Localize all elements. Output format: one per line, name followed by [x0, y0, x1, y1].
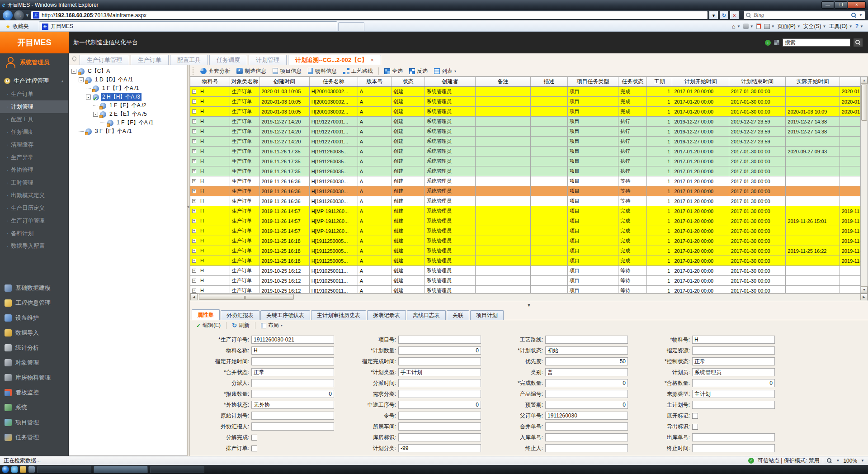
row-expander-icon[interactable]: +	[192, 239, 196, 243]
table-row[interactable]: +H生产订单2019-11-26 14:57H[MP-1911260...A创建…	[190, 216, 860, 226]
refresh-icon[interactable]: ↻	[720, 11, 729, 19]
tab[interactable]: 配置工具	[170, 55, 208, 65]
column-header[interactable]: 项目任务类型	[567, 77, 618, 86]
tree-node[interactable]: 1 F【F】个A /1	[69, 84, 187, 93]
form-field-input[interactable]	[398, 422, 481, 431]
pin-icon[interactable]	[71, 56, 77, 62]
detail-tab[interactable]: 关键工序确认表	[260, 310, 310, 320]
form-field-input[interactable]: 初始	[545, 346, 628, 355]
table-row[interactable]: +H生产订单2019-11-25 16:18H[1911250005...A创建…	[190, 246, 860, 256]
form-field-input[interactable]	[692, 401, 775, 409]
sidebar-module[interactable]: 设备维护	[0, 310, 68, 325]
row-expander-icon[interactable]: +	[192, 169, 196, 173]
row-expander-icon[interactable]: +	[192, 139, 196, 143]
taskbar-app-icon[interactable]	[28, 466, 35, 473]
form-field-input[interactable]: 0	[398, 401, 481, 409]
tab-active[interactable]: 计划追溯--CG...2-002【C】×	[288, 55, 381, 65]
column-header[interactable]: 描述	[531, 77, 568, 86]
taskbar-folder-icon[interactable]	[20, 466, 26, 473]
sidebar-module[interactable]: 数据导入	[0, 325, 68, 340]
sidebar-module[interactable]: 对象管理	[0, 355, 68, 370]
sidebar-item[interactable]: 生产异常	[0, 151, 68, 164]
table-row[interactable]: +H生产订单2019-11-26 17:35H[1911260035...A创建…	[190, 147, 860, 156]
sidebar-section-production[interactable]: 生产过程管理 ▲	[0, 74, 68, 88]
panel-collapse-handle[interactable]: ▼	[190, 301, 868, 309]
table-row[interactable]: +H生产订单2020-01-03 10:05H[2001030002...A创建…	[190, 86, 860, 97]
column-header[interactable]: 实际开始时间	[786, 77, 840, 86]
form-field-input[interactable]: 0	[692, 379, 775, 387]
toolbar-button[interactable]: 物料信息	[305, 66, 340, 76]
sidebar-item[interactable]: 生产订单管理	[0, 214, 68, 227]
sidebar-module[interactable]: 基础数据建模	[0, 280, 68, 295]
url-dropdown-caret-icon[interactable]: ▾	[709, 11, 718, 19]
form-field-input[interactable]: H	[251, 346, 334, 355]
table-row[interactable]: +H生产订单2019-12-27 14:20H[1912270001...A创建…	[190, 137, 860, 147]
apps-grid-icon[interactable]	[774, 40, 779, 45]
sidebar-module[interactable]: 系统	[0, 400, 68, 415]
table-row[interactable]: +H生产订单2019-12-27 14:20H[1912270001...A创建…	[190, 127, 860, 137]
form-field-input[interactable]: 主计划	[692, 390, 775, 398]
sidebar-module[interactable]: 看板监控	[0, 385, 68, 400]
form-field-input[interactable]: 普	[545, 368, 628, 376]
row-expander-icon[interactable]: +	[192, 109, 196, 114]
form-field-input[interactable]	[545, 336, 628, 344]
app-search-input[interactable]: 搜索	[783, 38, 850, 47]
home-button[interactable]: ⌂▼	[732, 23, 741, 30]
tab[interactable]: 生产订单	[131, 55, 169, 65]
column-header[interactable]: 备注	[475, 77, 530, 86]
page-menu[interactable]: 页面(P)▼	[778, 23, 801, 30]
form-field-input[interactable]: 无外协	[251, 401, 334, 409]
form-field-input[interactable]	[692, 433, 775, 441]
info-icon[interactable]: i	[765, 40, 771, 46]
row-expander-icon[interactable]: +	[192, 199, 196, 203]
table-row[interactable]: +H生产订单2019-11-26 17:35H[1911260035...A创建…	[190, 166, 860, 176]
form-field-input[interactable]: 正常	[251, 368, 334, 376]
zoom-level-caret-icon[interactable]: ▼	[861, 459, 864, 463]
tree-node[interactable]: 1 F【F】个A /2	[69, 101, 187, 110]
column-header[interactable]: 计划结束时间	[729, 77, 785, 86]
form-field-input[interactable]	[251, 412, 334, 420]
row-expander-icon[interactable]: +	[192, 90, 196, 94]
form-field-input[interactable]	[545, 422, 628, 431]
form-field-input[interactable]	[251, 379, 334, 387]
sidebar-module[interactable]: 库房物料管理	[0, 370, 68, 385]
row-expander-icon[interactable]: +	[192, 159, 196, 163]
row-expander-icon[interactable]: +	[192, 229, 196, 233]
table-row[interactable]: +H生产订单2020-01-03 10:05H[2001030002...A创建…	[190, 107, 860, 117]
table-row[interactable]: +H生产订单2019-11-26 14:57H[MP-1911260...A创建…	[190, 206, 860, 216]
dropdown-caret-icon[interactable]: ▾	[281, 323, 283, 327]
tree-expander[interactable]: -	[71, 69, 76, 74]
sidebar-item[interactable]: 数据导入配置	[0, 240, 68, 252]
table-row[interactable]: +H生产订单2019-10-25 16:12H[1910250011...A创建…	[190, 276, 860, 286]
form-field-input[interactable]	[545, 390, 628, 398]
column-header[interactable]: 实际结束时间	[840, 77, 860, 86]
sidebar-module[interactable]: 任务管理	[0, 430, 68, 445]
sidebar-item[interactable]: 清理缓存	[0, 138, 68, 151]
form-field-input[interactable]	[398, 357, 481, 365]
tree-node[interactable]: -1 D【D】个A /1	[69, 76, 187, 84]
sidebar-module[interactable]: 统计分析	[0, 340, 68, 355]
form-field-input[interactable]	[545, 444, 628, 452]
favorites-button[interactable]: ★ 收藏夹	[2, 21, 33, 31]
search-input[interactable]: Bing ▼	[743, 11, 865, 19]
tab-close-icon[interactable]: ×	[371, 57, 374, 63]
toolbar-button[interactable]: 全选	[382, 66, 406, 76]
sidebar-item[interactable]: 工时管理	[0, 176, 68, 189]
form-field-input[interactable]	[398, 412, 481, 420]
table-row[interactable]: +H生产订单2019-11-26 16:36H[1911260030...A创建…	[190, 176, 860, 186]
horizontal-scrollbar[interactable]: ◀ ▶	[190, 294, 868, 301]
toolbar-button[interactable]: 制造信息	[234, 66, 269, 76]
tab[interactable]: 计划管理	[249, 55, 287, 65]
detail-tab[interactable]: 拆装记录表	[367, 310, 406, 320]
sidebar-item[interactable]: 配置工具	[0, 113, 68, 126]
form-field-input[interactable]	[251, 422, 334, 431]
scroll-left-icon[interactable]: ◀	[190, 294, 198, 300]
toolbar-button[interactable]: 反选	[406, 66, 430, 76]
form-field-input[interactable]: 1911260030	[545, 412, 628, 420]
table-row[interactable]: +H生产订单2019-10-25 16:12H[1910250011...A创建…	[190, 286, 860, 294]
form-field-input[interactable]	[251, 357, 334, 365]
form-field-input[interactable]	[398, 390, 481, 398]
toolbar-button[interactable]: 项目信息	[270, 66, 304, 76]
taskbar-window-button[interactable]	[150, 466, 204, 473]
recent-pages-caret-icon[interactable]: ▼	[25, 13, 29, 18]
